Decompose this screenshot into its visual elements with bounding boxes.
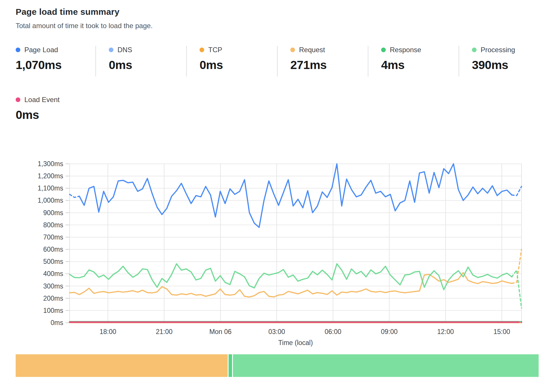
- y-tick-label: 1,200ms: [38, 172, 63, 180]
- y-tick-label: 0ms: [51, 319, 63, 326]
- x-tick-label: 09:00: [381, 328, 398, 335]
- bar-segment-processing-share[interactable]: [233, 354, 539, 377]
- bar-segment-response-share[interactable]: [229, 354, 232, 377]
- series-line-processing: [512, 270, 522, 308]
- series-line-page-load: [512, 186, 522, 196]
- x-tick-label: 03:00: [268, 328, 285, 335]
- x-tick-label: Mon 06: [209, 328, 232, 335]
- bar-segment-request-share[interactable]: [16, 354, 228, 377]
- y-tick-label: 300ms: [43, 282, 63, 290]
- series-line-page-load: [70, 194, 79, 197]
- x-tick-label: 21:00: [156, 328, 173, 335]
- y-tick-label: 800ms: [43, 221, 63, 229]
- series-line-request: [512, 249, 522, 283]
- y-tick-label: 600ms: [43, 246, 63, 253]
- x-tick-label: 12:00: [437, 328, 454, 335]
- x-tick-label: 06:00: [325, 328, 341, 335]
- x-axis-title: Time (local): [278, 339, 313, 346]
- y-tick-label: 1,100ms: [38, 184, 63, 192]
- y-tick-label: 100ms: [43, 307, 63, 314]
- y-tick-label: 500ms: [43, 258, 63, 265]
- x-tick-label: 18:00: [99, 328, 116, 335]
- y-tick-label: 700ms: [43, 233, 63, 241]
- page-load-time-panel: Page load time summary Total amount of t…: [0, 0, 554, 392]
- series-line-page-load: [79, 164, 512, 227]
- timeseries-chart: 0ms100ms200ms300ms400ms500ms600ms700ms80…: [0, 0, 554, 392]
- y-tick-label: 1,300ms: [38, 160, 63, 168]
- x-tick-label: 15:00: [493, 328, 510, 335]
- y-tick-label: 1,000ms: [38, 197, 63, 204]
- y-tick-label: 400ms: [43, 270, 63, 277]
- y-tick-label: 900ms: [43, 209, 63, 217]
- time-distribution-bar[interactable]: [16, 354, 539, 377]
- y-tick-label: 200ms: [43, 295, 63, 302]
